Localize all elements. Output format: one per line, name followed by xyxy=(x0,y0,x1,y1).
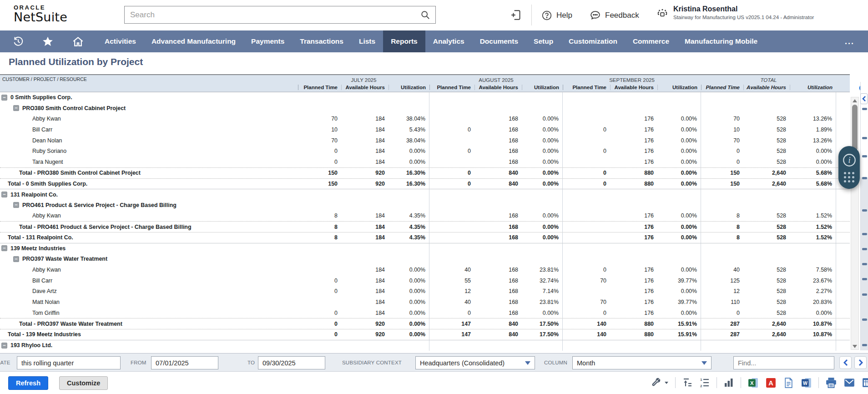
cell: 168 xyxy=(474,137,522,144)
schedule-icon[interactable] xyxy=(862,377,868,389)
customize-button[interactable]: Customize xyxy=(59,376,108,390)
nav-item-reports[interactable]: Reports xyxy=(383,30,425,52)
scroll-down-arrow-icon[interactable] xyxy=(851,343,858,349)
vertical-scrollbar[interactable] xyxy=(851,97,859,350)
nav-item-transactions[interactable]: Transactions xyxy=(292,30,351,52)
table-row-resource: Ruby Soriano01840.00%01680.00%01760.00%0… xyxy=(0,146,850,157)
to-date-input[interactable] xyxy=(258,356,325,369)
cell: 528 xyxy=(743,299,790,305)
cell: 10.87% xyxy=(790,329,836,340)
expand-rows-icon[interactable] xyxy=(682,377,693,388)
cell: 20.83% xyxy=(790,297,836,308)
cell: 0.00% xyxy=(389,329,429,340)
cell: 0.00% xyxy=(657,264,701,275)
nav-overflow-button[interactable]: ... xyxy=(831,30,868,52)
table-row-resource: Bill Carr101845.43%01680.00%01760.00%105… xyxy=(0,124,850,135)
column-select[interactable]: Month xyxy=(572,356,712,369)
cell: 168 xyxy=(474,148,522,154)
collapse-icon[interactable]: − xyxy=(13,202,19,208)
user-menu[interactable]: Kristina Rosenthal Stairway for Manufact… xyxy=(656,5,814,20)
report-filter-bar: DATE FROM TO SUBSIDIARY CONTEXT Headquar… xyxy=(0,353,868,372)
home-icon[interactable] xyxy=(72,35,84,48)
help-menu[interactable]: Help xyxy=(541,0,572,30)
word-export-icon[interactable]: W xyxy=(801,377,812,389)
next-page-button[interactable] xyxy=(854,356,867,369)
cell: 176 xyxy=(610,137,657,144)
quick-add-icon[interactable] xyxy=(510,9,522,21)
column-group-august-2025: AUGUST 2025 xyxy=(429,77,563,83)
nav-item-activities[interactable]: Activities xyxy=(97,30,144,52)
row-label: Abby Kwan xyxy=(32,267,61,273)
favorites-star-icon[interactable] xyxy=(42,35,54,47)
cell: 2,640 xyxy=(743,331,790,338)
row-label: Total - PRO380 Smith Control Cabinet Pro… xyxy=(19,170,141,176)
cell: 140 xyxy=(563,331,610,338)
print-icon[interactable] xyxy=(825,377,837,389)
nav-item-manufacturing-mobile[interactable]: Manufacturing Mobile xyxy=(677,30,765,52)
find-input[interactable] xyxy=(733,356,834,369)
cell: 920 xyxy=(341,331,389,338)
numbered-list-icon[interactable]: 12 xyxy=(699,377,710,388)
cell: 168 xyxy=(474,267,522,273)
toolbar-divider xyxy=(675,377,676,388)
dropdown-caret-icon[interactable] xyxy=(668,380,669,385)
cell: 0.00% xyxy=(790,146,836,157)
collapse-icon[interactable]: − xyxy=(1,95,7,101)
scroll-up-arrow-icon[interactable] xyxy=(851,97,858,104)
row-label: Total - 139 Meetz Industries xyxy=(8,331,81,338)
from-date-input[interactable] xyxy=(151,356,218,369)
nav-item-advanced-manufacturing[interactable]: Advanced Manufacturing xyxy=(144,30,243,52)
collapsed-side-panel[interactable] xyxy=(860,82,868,350)
collapse-icon[interactable]: − xyxy=(13,105,19,111)
cell: 176 xyxy=(610,310,657,316)
nav-item-customization[interactable]: Customization xyxy=(561,30,625,52)
refresh-button[interactable]: Refresh xyxy=(8,376,48,390)
collapse-icon[interactable]: − xyxy=(1,192,7,197)
cell: 13.26% xyxy=(790,135,836,146)
collapse-icon[interactable]: − xyxy=(13,256,19,262)
cell: 10 xyxy=(701,126,743,133)
collapse-icon[interactable]: − xyxy=(1,245,7,251)
csv-export-icon[interactable] xyxy=(783,377,794,389)
nav-item-payments[interactable]: Payments xyxy=(243,30,292,52)
collapse-icon[interactable]: − xyxy=(1,343,7,349)
assistant-pill[interactable]: i xyxy=(838,146,860,189)
netsuite-logo[interactable]: ORACLE NetSuite xyxy=(14,4,67,24)
cell: 0.00% xyxy=(790,157,836,167)
column-group-total: TOTAL xyxy=(701,77,836,83)
cell: 2,640 xyxy=(743,321,790,327)
nav-item-commerce[interactable]: Commerce xyxy=(625,30,677,52)
cell: 0.00% xyxy=(522,211,563,222)
excel-export-icon[interactable]: X xyxy=(747,377,759,389)
recent-icon[interactable] xyxy=(13,36,24,47)
previous-page-button[interactable] xyxy=(839,356,852,369)
cell: 150 xyxy=(701,170,743,176)
cell: 184 xyxy=(341,278,389,284)
email-icon[interactable] xyxy=(843,377,855,389)
date-filter-input[interactable] xyxy=(17,356,121,369)
subsidiary-context-label: SUBSIDIARY CONTEXT xyxy=(342,360,402,365)
expand-panel-button[interactable] xyxy=(860,93,868,104)
cell: 176 xyxy=(610,116,657,122)
cell: 147 xyxy=(429,331,474,338)
nav-item-setup[interactable]: Setup xyxy=(526,30,561,52)
scrollbar-thumb[interactable] xyxy=(852,105,858,151)
svg-text:W: W xyxy=(803,381,807,386)
subsidiary-context-select[interactable]: Headquarters (Consolidated) xyxy=(415,356,535,369)
feedback-menu[interactable]: Feedback xyxy=(590,0,639,30)
cell: 0.00% xyxy=(522,179,563,189)
nav-item-analytics[interactable]: Analytics xyxy=(425,30,472,52)
panel-row-marker xyxy=(862,318,867,321)
table-row-project: −PRO461 Product & Service Project - Char… xyxy=(0,200,850,211)
search-input[interactable] xyxy=(125,10,415,20)
nav-item-documents[interactable]: Documents xyxy=(472,30,526,52)
cell: 840 xyxy=(474,321,522,327)
pdf-export-icon[interactable]: A xyxy=(765,377,777,389)
search-icon[interactable] xyxy=(415,6,435,23)
cell: 0.00% xyxy=(522,135,563,146)
nav-item-lists[interactable]: Lists xyxy=(351,30,383,52)
wrench-icon[interactable] xyxy=(651,378,661,388)
bar-chart-icon[interactable] xyxy=(723,377,734,388)
cell: 38.04% xyxy=(389,135,429,146)
cell: 0.00% xyxy=(522,308,563,318)
